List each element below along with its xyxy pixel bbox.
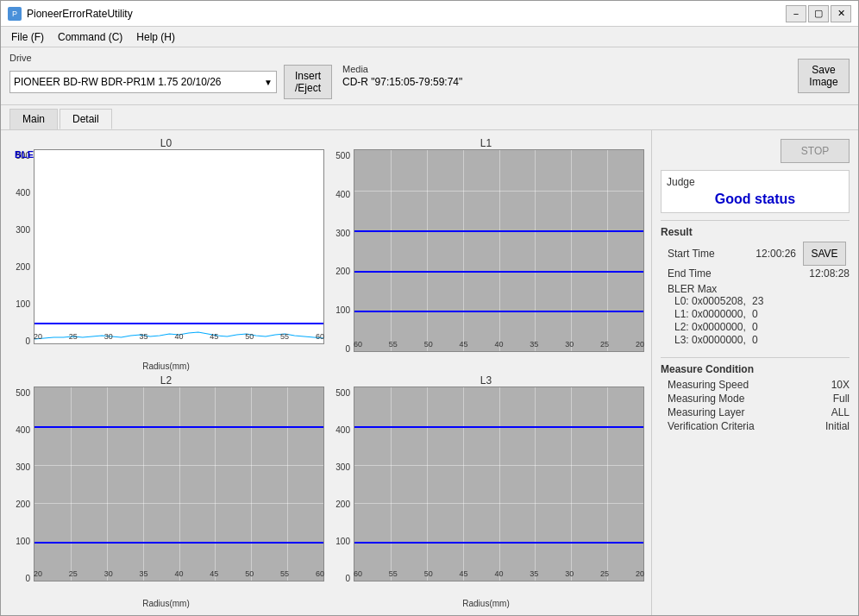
- l0-chart-inner-wrap: BLER: [34, 149, 324, 344]
- grid-h: [34, 465, 323, 466]
- stop-button[interactable]: STOP: [781, 139, 850, 163]
- drive-select-value: PIONEER BD-RW BDR-PR1M 1.75 20/10/26: [14, 76, 264, 88]
- l1-blue-line3: [354, 311, 643, 312]
- l2-title: L2: [8, 374, 324, 387]
- l2-chart-inner: [34, 387, 324, 581]
- title-bar-left: P PioneerErrorRateUtility: [8, 7, 133, 21]
- l1-chart: L1 500 400 300 200 100 0: [328, 137, 644, 371]
- measuring-mode-value: Full: [833, 393, 850, 405]
- l3-title: L3: [328, 374, 644, 387]
- l2-chart-inner-wrap: 20 25 30 35 40 45 50 55 60: [34, 387, 324, 581]
- grid-v: [251, 387, 252, 581]
- l3-chart: L3 500 400 300 200 100 0: [328, 374, 644, 608]
- media-group: Media CD-R "97:15:05-79:59:74": [342, 64, 787, 88]
- grid-v: [571, 150, 572, 351]
- start-time-row: Start Time 12:00:26 SAVE: [661, 242, 850, 266]
- grid-h: [354, 503, 643, 504]
- verification-criteria-row: Verification Criteria Initial: [661, 420, 850, 432]
- grid-v: [535, 387, 536, 581]
- grid-v: [143, 387, 144, 581]
- bler-max-l0-label: L0: 0x0005208,: [674, 295, 752, 307]
- title-bar: P PioneerErrorRateUtility − ▢ ✕: [1, 1, 858, 27]
- grid-h: [354, 465, 643, 466]
- l0-x-labels: 20 25 30 35 40 45 50 55 60: [34, 332, 324, 341]
- l2-chart: L2 500 400 300 200 100 0: [8, 374, 324, 608]
- l1-wrapper: 500 400 300 200 100 0: [328, 149, 644, 371]
- menu-file[interactable]: File (F): [4, 29, 51, 45]
- l0-x-title: Radius(mm): [8, 361, 324, 371]
- l3-x-title: Radius(mm): [328, 599, 644, 608]
- l1-blue-line: [354, 230, 643, 232]
- start-time-label: Start Time: [668, 248, 756, 260]
- grid-v: [427, 387, 428, 581]
- l0-chart-inner: [34, 149, 324, 344]
- menu-help[interactable]: Help (H): [129, 29, 182, 45]
- title-controls: − ▢ ✕: [786, 5, 851, 22]
- l2-y-axis: 500 400 300 200 100 0: [8, 387, 34, 600]
- measuring-layer-value: ALL: [831, 406, 850, 418]
- l1-blue-line2: [354, 271, 643, 273]
- grid-v: [215, 387, 216, 581]
- start-time-value: 12:00:26: [756, 248, 796, 260]
- bler-max-title: BLER Max: [668, 283, 850, 295]
- grid-v: [535, 150, 536, 351]
- sidebar: STOP Judge Good status Result Start Time…: [651, 130, 858, 615]
- insert-eject-button[interactable]: Insert/Eject: [284, 65, 332, 99]
- grid-v: [607, 387, 608, 581]
- minimize-button[interactable]: −: [786, 5, 806, 22]
- grid-v: [463, 150, 464, 351]
- verification-criteria-value: Initial: [825, 420, 850, 432]
- app-icon: P: [8, 7, 22, 21]
- grid-h: [354, 191, 643, 192]
- drive-select[interactable]: PIONEER BD-RW BDR-PR1M 1.75 20/10/26 ▼: [9, 71, 277, 93]
- l3-chart-inner-wrap: 60 55 50 45 40 35 30 25 20: [354, 387, 644, 581]
- save-image-button[interactable]: SaveImage: [798, 59, 850, 93]
- end-time-value: 12:08:28: [809, 267, 850, 280]
- judge-section: Judge Good status: [661, 170, 850, 213]
- grid-v: [391, 387, 392, 581]
- media-label: Media: [342, 64, 787, 74]
- l3-x-labels: 60 55 50 45 40 35 30 25 20: [354, 569, 644, 578]
- grid-h: [34, 228, 323, 229]
- l0-title: L0: [8, 137, 324, 149]
- measuring-speed-label: Measuring Speed: [668, 379, 749, 391]
- l3-y-axis: 500 400 300 200 100 0: [328, 387, 354, 600]
- bler-max-l3-value: 0: [752, 334, 758, 346]
- l0-y-axis: 500 400 300 200 100 0: [8, 149, 34, 363]
- bler-max-l2-label: L2: 0x0000000,: [674, 321, 752, 333]
- maximize-button[interactable]: ▢: [808, 5, 829, 22]
- save-button[interactable]: SAVE: [803, 242, 846, 266]
- l1-title: L1: [328, 137, 644, 149]
- l3-wrapper: 500 400 300 200 100 0: [328, 387, 644, 600]
- window-title: PioneerErrorRateUtility: [27, 8, 133, 20]
- result-title: Result: [661, 226, 850, 238]
- drive-group: Drive PIONEER BD-RW BDR-PR1M 1.75 20/10/…: [9, 53, 332, 99]
- measure-section: Measure Condition Measuring Speed 10X Me…: [661, 357, 850, 434]
- grid-v: [463, 387, 464, 581]
- tab-detail[interactable]: Detail: [60, 109, 112, 129]
- grid-v: [71, 387, 72, 581]
- bler-max-l3: L3: 0x0000000, 0: [674, 334, 850, 346]
- menu-bar: File (F) Command (C) Help (H): [1, 27, 858, 47]
- menu-command[interactable]: Command (C): [51, 29, 129, 45]
- l3-blue-line: [354, 426, 643, 428]
- measuring-layer-row: Measuring Layer ALL: [661, 406, 850, 418]
- l2-wrapper: 500 400 300 200 100 0: [8, 387, 324, 600]
- bler-max-l2: L2: 0x0000000, 0: [674, 321, 850, 333]
- grid-v: [607, 150, 608, 351]
- bler-max-l0-value: 23: [752, 295, 763, 307]
- tab-main[interactable]: Main: [9, 109, 58, 129]
- tabs: Main Detail: [1, 105, 858, 130]
- grid-v: [571, 387, 572, 581]
- l1-chart-inner-wrap: 60 55 50 45 40 35 30 25 20: [354, 149, 644, 352]
- l2-blue-line2: [34, 542, 323, 544]
- bler-max-l3-label: L3: 0x0000000,: [674, 334, 752, 346]
- charts-area: L0 500 400 300 200 100 0 BLER: [1, 130, 651, 615]
- l3-chart-inner: [354, 387, 644, 581]
- grid-h: [34, 266, 323, 267]
- judge-title: Judge: [667, 176, 843, 188]
- toolbar: Drive PIONEER BD-RW BDR-PR1M 1.75 20/10/…: [1, 47, 858, 105]
- verification-criteria-label: Verification Criteria: [668, 420, 755, 432]
- close-button[interactable]: ✕: [831, 5, 851, 22]
- l2-x-title: Radius(mm): [8, 599, 324, 608]
